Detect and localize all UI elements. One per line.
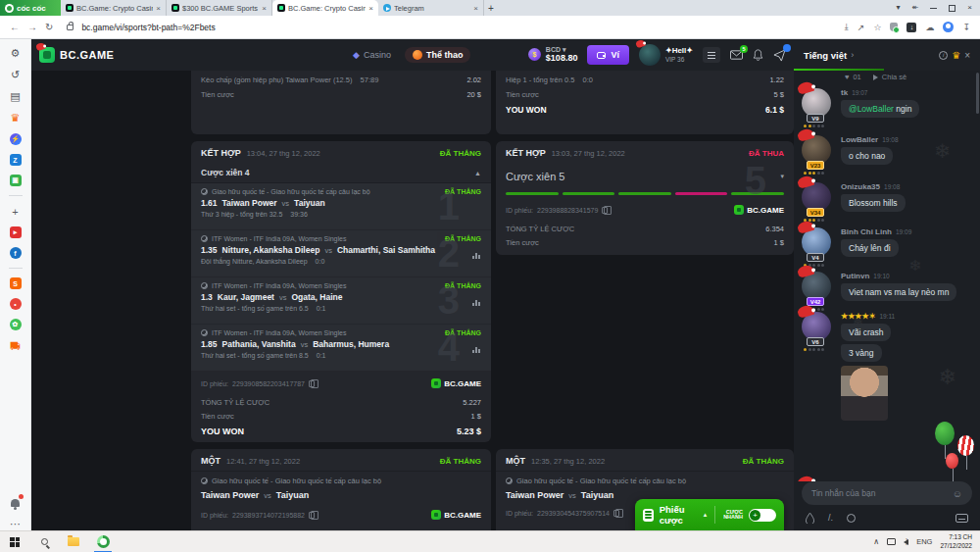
coccoc-menu-button[interactable]: cốc cốc <box>0 0 61 16</box>
tray-expand-icon[interactable]: ∧ <box>873 537 879 546</box>
taskbar-search-icon[interactable] <box>29 531 59 552</box>
balance-selector[interactable]: $ BCD ▾ $108.80 <box>528 46 578 64</box>
games-icon[interactable]: ▣ <box>10 175 22 186</box>
tab-search-icon[interactable]: ▾ <box>897 4 901 12</box>
parlay-leg[interactable]: 3 ITF Women - ITF India 09A, Women Singl… <box>191 277 491 325</box>
reading-list-icon[interactable]: ▤ <box>9 90 22 103</box>
network-icon[interactable] <box>887 538 896 545</box>
bet-card-partial[interactable]: Hiệp 1 - tổng trên 0.5 0:0 1.22 Tiền cượ… <box>496 71 794 134</box>
parlay-leg[interactable]: 2 ITF Women - ITF India 09A, Women Singl… <box>191 230 491 277</box>
chat-username[interactable]: Onizuka35 <box>841 182 880 191</box>
chat-bubble[interactable]: @LowBaller ngin <box>841 100 919 118</box>
stats-icon[interactable] <box>472 252 481 259</box>
nav-casino[interactable]: ◆ Casino <box>353 50 391 60</box>
parlay-bet-card[interactable]: KẾT HỢP 13:04, 27 thg 12, 2022 ĐÃ THẮNG … <box>191 141 491 442</box>
avatar[interactable]: V6 <box>802 312 831 341</box>
extension-icon[interactable]: ☁ <box>925 23 934 32</box>
chat-bubble[interactable]: Blossom hills <box>841 194 906 212</box>
copy-icon[interactable] <box>613 510 619 517</box>
quick-bet-toggle[interactable] <box>749 509 776 522</box>
chat-info-icon[interactable]: i <box>939 51 948 60</box>
coin-drop-icon[interactable] <box>847 514 856 523</box>
chat-close-icon[interactable]: × <box>964 50 970 61</box>
add-shortcut-icon[interactable]: + <box>9 205 22 218</box>
start-button[interactable] <box>0 531 29 552</box>
news-app-icon[interactable]: • <box>10 298 22 310</box>
stats-icon[interactable] <box>472 299 481 306</box>
zalo-app-icon[interactable]: Z <box>10 154 22 166</box>
chat-language-selector[interactable]: Tiếng việt <box>804 50 847 61</box>
like-icon[interactable]: ♥ <box>845 73 849 81</box>
betslip-button[interactable]: Phiếu cược ▴ CƯỢCNHANH <box>635 499 784 530</box>
copy-icon[interactable] <box>309 380 315 387</box>
maximize-button[interactable] <box>949 5 956 12</box>
trophy-icon[interactable]: ♛ <box>952 50 960 61</box>
parlay-title-row[interactable]: Cược xiên 5 5 ▾ <box>496 163 794 186</box>
sidebar-collapse-icon[interactable]: ↞ <box>912 4 919 12</box>
avatar[interactable]: V9 <box>802 88 831 118</box>
avatar[interactable]: V23 <box>802 135 831 165</box>
share-label[interactable]: Chia sẻ <box>882 73 906 81</box>
reload-icon[interactable]: ↻ <box>45 23 53 32</box>
tab-close-icon[interactable]: × <box>156 4 161 13</box>
stats-icon[interactable] <box>472 346 481 353</box>
tab-close-icon[interactable]: × <box>368 4 373 13</box>
avatar[interactable]: V34 <box>802 182 831 212</box>
chat-input[interactable]: Tin nhắn của bạn ☺ <box>802 481 972 505</box>
cart-icon[interactable]: ⛟ <box>9 339 22 352</box>
chat-bubble[interactable]: Cháy lên đi <box>841 239 899 257</box>
volume-icon[interactable] <box>904 539 908 545</box>
bcgame-logo[interactable]: BC.GAME <box>39 47 114 63</box>
parlay-leg[interactable]: 1 Giao hữu quốc tế - Giao hữu quốc tế cấ… <box>191 183 491 230</box>
back-icon[interactable]: ← <box>10 23 20 32</box>
emoji-picker-icon[interactable]: ☺ <box>953 488 962 499</box>
lock-icon[interactable] <box>67 25 74 30</box>
crown-icon[interactable]: ♛ <box>9 112 22 125</box>
youtube-icon[interactable]: ▸ <box>10 226 22 238</box>
chat-bubble[interactable]: o cho nao <box>841 147 893 165</box>
parlay-title-row[interactable]: Cược xiên 4 ▲ <box>191 163 491 183</box>
chat-username[interactable]: Putinvn <box>841 272 869 280</box>
browser-profile-avatar[interactable] <box>943 22 954 32</box>
settings-gear-icon[interactable]: ⚙ <box>9 47 22 60</box>
adblock-shield-icon[interactable] <box>890 23 898 31</box>
wallet-button[interactable]: Ví <box>587 45 629 65</box>
chat-gif-image[interactable] <box>841 366 888 421</box>
bet-list-button[interactable] <box>703 47 720 63</box>
rain-feature-icon[interactable] <box>806 513 814 524</box>
url-text[interactable]: bc.game/vi/sports?bt-path=%2Fbets <box>81 23 215 32</box>
chat-bubble[interactable]: 3 vàng <box>841 344 882 362</box>
bet-card-partial[interactable]: Kèo chấp (gồm hiệp phụ) Taiwan Power (12… <box>191 71 491 134</box>
save-page-icon[interactable]: ⤓ <box>845 22 849 32</box>
tab-bcgame-active[interactable]: BC.Game: Crypto Casino Gam × <box>272 0 378 16</box>
keyboard-icon[interactable] <box>956 514 968 523</box>
more-options-icon[interactable]: ⋯ <box>9 518 22 530</box>
download-extension-icon[interactable]: ↓ <box>906 23 916 32</box>
chevron-right-icon[interactable]: › <box>851 50 854 60</box>
taskbar-coccoc-icon[interactable] <box>88 531 118 552</box>
copy-icon[interactable] <box>309 512 315 519</box>
history-icon[interactable]: ↺ <box>9 69 22 81</box>
collapse-arrow-icon[interactable]: ▲ <box>474 170 481 176</box>
downloads-tray-icon[interactable]: ↧ <box>962 23 970 32</box>
forward-icon[interactable]: → <box>27 23 37 32</box>
copy-icon[interactable] <box>602 207 608 214</box>
nav-sports[interactable]: Thể thao <box>405 47 471 63</box>
file-explorer-icon[interactable] <box>59 531 88 552</box>
chat-scrollbar[interactable] <box>976 73 979 114</box>
language-indicator[interactable]: ENG <box>916 537 932 546</box>
chat-bubble[interactable]: Vãi crash <box>841 324 891 341</box>
tab-bcgame-1[interactable]: BC.Game: Crypto Casino Gam × <box>61 0 167 16</box>
share-icon[interactable]: ↗ <box>858 23 865 32</box>
new-tab-button[interactable]: + <box>484 0 498 16</box>
avatar[interactable]: V42 <box>802 272 831 301</box>
messenger-icon[interactable]: ⚡ <box>10 133 22 145</box>
bookmark-star-icon[interactable]: ☆ <box>873 23 881 32</box>
chat-commands-icon[interactable]: /. <box>828 513 833 523</box>
chat-username[interactable]: ★★★★✶ <box>841 312 875 321</box>
facebook-icon[interactable]: f <box>10 247 22 259</box>
inbox-button[interactable]: 5 <box>730 50 743 60</box>
tab-sports-parlay[interactable]: $300 BC.GAME Sports Parlay × <box>167 0 272 16</box>
tab-telegram[interactable]: Telegram × <box>378 0 484 16</box>
chat-toggle-button[interactable] <box>773 49 786 62</box>
